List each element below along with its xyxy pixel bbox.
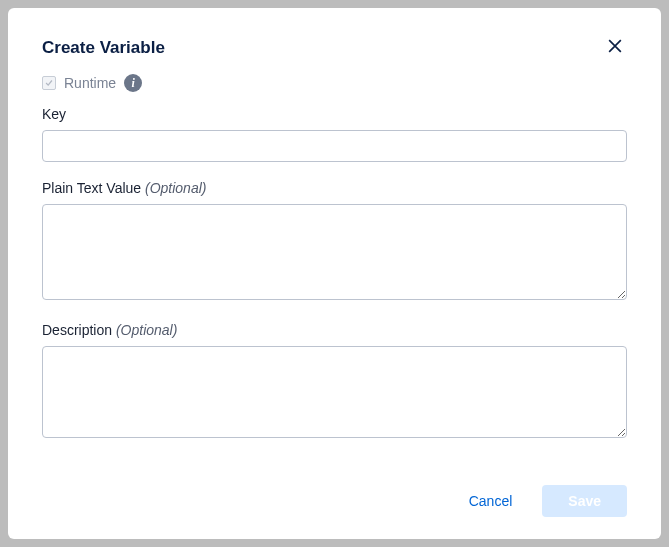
plain-text-input[interactable]	[42, 204, 627, 300]
info-icon[interactable]: i	[124, 74, 142, 92]
modal-title: Create Variable	[42, 38, 165, 58]
checkmark-icon	[44, 78, 54, 88]
key-label: Key	[42, 106, 627, 122]
modal-header: Create Variable	[42, 38, 627, 58]
runtime-label: Runtime	[64, 75, 116, 91]
modal-footer: Cancel Save	[42, 477, 627, 517]
close-button[interactable]	[603, 34, 627, 58]
plain-text-label: Plain Text Value (Optional)	[42, 180, 627, 196]
key-field-group: Key	[42, 106, 627, 162]
runtime-checkbox	[42, 76, 56, 90]
description-input[interactable]	[42, 346, 627, 438]
runtime-row: Runtime i	[42, 74, 627, 92]
cancel-button[interactable]: Cancel	[457, 485, 525, 517]
create-variable-modal: Create Variable Runtime i Key Plain Text…	[8, 8, 661, 539]
description-label: Description (Optional)	[42, 322, 627, 338]
key-input[interactable]	[42, 130, 627, 162]
save-button[interactable]: Save	[542, 485, 627, 517]
plain-text-field-group: Plain Text Value (Optional)	[42, 180, 627, 304]
description-field-group: Description (Optional)	[42, 322, 627, 442]
close-icon	[605, 36, 625, 56]
